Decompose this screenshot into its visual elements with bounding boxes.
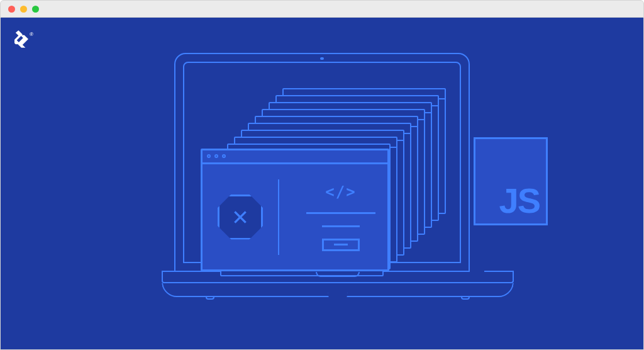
text-line-placeholder [306, 212, 375, 214]
dialog-content: </> [294, 183, 387, 251]
webcam-icon [320, 57, 324, 60]
javascript-badge: JS [474, 137, 548, 225]
browser-titlebar [0, 0, 644, 18]
laptop-base [162, 283, 514, 297]
error-dialog: </> [201, 149, 389, 271]
trademark-symbol: ® [30, 31, 33, 37]
js-label: JS [499, 183, 540, 218]
dialog-titlebar [203, 150, 387, 164]
brand-mark-icon [14, 30, 28, 49]
window-control-icon [214, 154, 218, 158]
laptop-foot [461, 296, 470, 300]
laptop-foot [206, 296, 214, 300]
dialog-button [322, 239, 360, 251]
traffic-light-zoom-icon[interactable] [32, 6, 39, 13]
hero-illustration: ® [0, 18, 644, 350]
code-icon: </> [325, 183, 356, 201]
trackpad-notch [316, 272, 360, 277]
error-stop-icon [218, 195, 263, 240]
traffic-light-close-icon[interactable] [8, 6, 15, 13]
laptop-screen: </> [174, 53, 470, 272]
window-control-icon [222, 154, 226, 158]
laptop-illustration: </> [162, 53, 482, 297]
vertical-divider [278, 179, 279, 255]
window-control-icon [207, 154, 211, 158]
text-line-placeholder [322, 225, 360, 227]
close-x-icon [232, 209, 248, 225]
brand-logo: ® [14, 30, 33, 49]
laptop-hinge [162, 272, 514, 283]
traffic-light-minimize-icon[interactable] [20, 6, 27, 13]
